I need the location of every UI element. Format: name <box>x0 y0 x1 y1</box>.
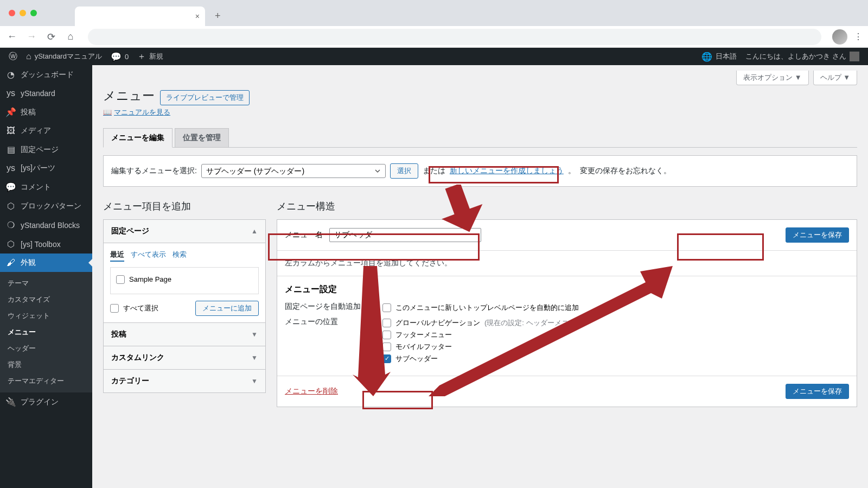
screen-options-button[interactable]: 表示オプション ▼ <box>736 71 808 85</box>
toolbox-icon: ⬡ <box>5 239 16 249</box>
comments-link[interactable]: 💬0 <box>106 52 133 62</box>
checkbox[interactable] <box>382 303 391 312</box>
home-button[interactable]: ⌂ <box>64 31 77 42</box>
empty-message: 左カラムからメニュー項目を追加してください。 <box>285 258 452 267</box>
menu-edit-panel: メニュー名 メニューを保存 左カラムからメニュー項目を追加してください。 メニュ… <box>277 219 857 407</box>
new-tab-button[interactable]: + <box>215 10 221 22</box>
location-mobile[interactable]: モバイルフッター <box>382 341 849 353</box>
acc-label: カテゴリー <box>111 376 149 386</box>
save-menu-button-bottom[interactable]: メニューを保存 <box>786 384 849 399</box>
home-icon: ⌂ <box>26 52 31 61</box>
checkbox[interactable] <box>116 275 125 284</box>
sidebar-item-plugins[interactable]: 🔌プラグイン <box>0 392 92 411</box>
language-label: 日本語 <box>716 52 737 61</box>
or-label: または <box>423 166 445 176</box>
add-to-menu-button[interactable]: メニューに追加 <box>195 301 259 316</box>
sidebar-label: 投稿 <box>21 107 36 117</box>
auto-add-label: 固定ページを自動追加 <box>285 302 361 314</box>
save-menu-button[interactable]: メニューを保存 <box>786 227 849 243</box>
checkbox-checked[interactable]: ✓ <box>382 354 391 363</box>
submenu-theme-editor[interactable]: テーマエディター <box>0 373 92 389</box>
help-button[interactable]: ヘルプ ▼ <box>813 71 857 85</box>
sidebar-item-posts[interactable]: 📌投稿 <box>0 103 92 122</box>
acc-posts-head[interactable]: 投稿▼ <box>104 322 265 346</box>
sidebar-item-ys-toolbox[interactable]: ⬡[ys] Toolbox <box>0 235 92 253</box>
submenu-themes[interactable]: テーマ <box>0 275 92 291</box>
sidebar-item-comments[interactable]: 💬コメント <box>0 178 92 197</box>
auto-add-option[interactable]: このメニューに新しいトップレベルページを自動的に追加 <box>382 302 849 314</box>
page-item-sample[interactable]: Sample Page <box>116 273 253 286</box>
location-label: メニューの位置 <box>285 317 361 365</box>
appearance-submenu: テーマ カスタマイズ ウィジェット メニュー ヘッダー 背景 テーマエディター <box>0 272 92 392</box>
media-icon: 🖾 <box>5 126 16 136</box>
sidebar-item-pages[interactable]: ▤固定ページ <box>0 140 92 159</box>
checkbox[interactable] <box>382 319 391 327</box>
sidebar-item-ys-parts[interactable]: ys[ys]パーツ <box>0 159 92 178</box>
comments-count: 0 <box>125 53 129 61</box>
menu-settings: メニュー設定 固定ページを自動追加 このメニューに新しいトップレベルページを自動… <box>277 276 857 376</box>
create-menu-link[interactable]: 新しいメニューを作成しましょう <box>450 166 564 176</box>
manual-link-label: マニュアルを見る <box>114 108 170 116</box>
select-all-row[interactable]: すべて選択 <box>110 301 158 315</box>
sidebar-item-block-patterns[interactable]: ⬡ブロックパターン <box>0 197 92 216</box>
profile-avatar[interactable] <box>832 29 847 45</box>
language-switch[interactable]: 🌐日本語 <box>697 52 741 62</box>
user-avatar-icon <box>850 52 859 61</box>
checkbox[interactable] <box>382 331 391 339</box>
acc-categories-head[interactable]: カテゴリー▼ <box>104 369 265 392</box>
tab-all[interactable]: すべて表示 <box>131 250 166 262</box>
tab-recent[interactable]: 最近 <box>110 250 124 262</box>
sidebar-item-dashboard[interactable]: ◔ダッシュボード <box>0 65 92 84</box>
ystandard-icon: ys <box>5 88 16 98</box>
location-global[interactable]: グローバルナビゲーション (現在の設定: ヘッダーメニュー) <box>382 317 849 329</box>
delete-menu-link[interactable]: メニューを削除 <box>285 386 338 396</box>
menu-name-input[interactable] <box>329 228 481 242</box>
acc-pages-head[interactable]: 固定ページ▲ <box>104 220 265 243</box>
back-button[interactable]: ← <box>5 31 18 42</box>
user-greeting[interactable]: こんにちは、よしあかつき さん <box>741 52 864 61</box>
submenu-menus[interactable]: メニュー <box>0 324 92 340</box>
plugin-icon: 🔌 <box>5 397 16 407</box>
close-window-icon[interactable] <box>9 10 15 16</box>
translate-icon: 🌐 <box>701 52 712 62</box>
menu-select[interactable]: サブヘッダー (サブヘッダー) <box>201 164 386 178</box>
location-footer[interactable]: フッターメニュー <box>382 329 849 341</box>
chevron-down-icon: ▼ <box>251 331 258 338</box>
live-preview-button[interactable]: ライブプレビューで管理 <box>160 90 250 105</box>
sidebar-item-ys-blocks[interactable]: ❍yStandard Blocks <box>0 216 92 235</box>
new-content-link[interactable]: ＋新規 <box>133 51 168 62</box>
maximize-window-icon[interactable] <box>30 10 37 16</box>
book-icon: 📖 <box>103 108 112 116</box>
sidebar-item-media[interactable]: 🖾メディア <box>0 122 92 140</box>
minimize-window-icon[interactable] <box>20 10 26 16</box>
browser-menu-icon[interactable]: ⋮ <box>854 31 863 42</box>
submenu-header[interactable]: ヘッダー <box>0 340 92 357</box>
sidebar-item-appearance[interactable]: 🖌外観 <box>0 253 92 272</box>
tab-manage-locations[interactable]: 位置を管理 <box>175 128 229 147</box>
url-bar[interactable] <box>88 29 821 45</box>
sidebar-item-ystandard[interactable]: ysyStandard <box>0 84 92 103</box>
submenu-widgets[interactable]: ウィジェット <box>0 308 92 324</box>
select-button[interactable]: 選択 <box>390 163 418 179</box>
sidebar-label: ブロックパターン <box>21 201 81 211</box>
tab-edit-menu[interactable]: メニューを編集 <box>103 128 173 148</box>
submenu-customize[interactable]: カスタマイズ <box>0 291 92 308</box>
location-sub-header[interactable]: ✓サブヘッダー <box>382 353 849 365</box>
screen-meta: 表示オプション ▼ ヘルプ ▼ <box>103 71 857 85</box>
acc-custom-links-head[interactable]: カスタムリンク▼ <box>104 346 265 369</box>
cube-icon: ❍ <box>5 220 16 230</box>
checkbox[interactable] <box>382 343 391 351</box>
plus-icon: ＋ <box>137 51 146 62</box>
reload-button[interactable]: ⟳ <box>44 31 58 43</box>
browser-toolbar: ← → ⟳ ⌂ ⋮ <box>0 26 868 48</box>
site-name-link[interactable]: ⌂yStandardマニュアル <box>22 52 106 61</box>
tab-search[interactable]: 検索 <box>173 250 187 262</box>
add-items-column: メニュー項目を追加 固定ページ▲ 最近 すべて表示 検索 Sample Page <box>103 200 266 407</box>
submenu-background[interactable]: 背景 <box>0 357 92 373</box>
manual-link[interactable]: 📖マニュアルを見る <box>103 107 857 117</box>
checkbox[interactable] <box>110 304 119 313</box>
close-tab-icon[interactable]: × <box>195 12 200 21</box>
wp-logo[interactable]: ⓦ <box>4 51 22 62</box>
structure-heading: メニュー構造 <box>277 200 857 213</box>
browser-tab[interactable]: × <box>75 7 205 26</box>
